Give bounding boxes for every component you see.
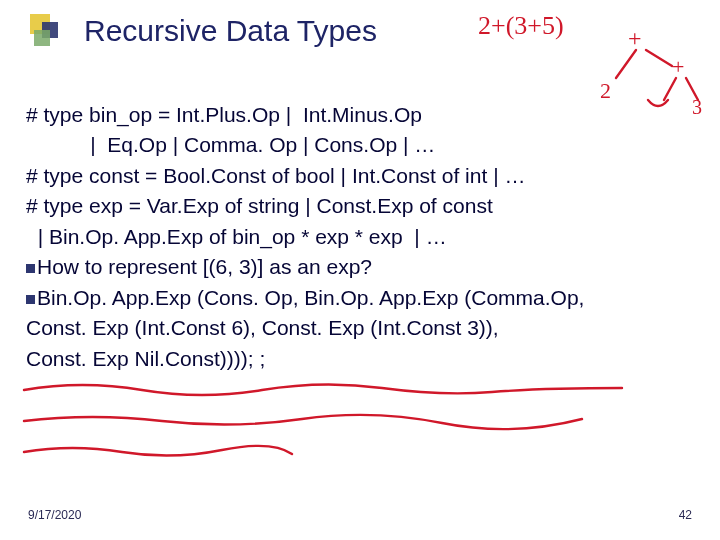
page-title: Recursive Data Types <box>84 14 377 48</box>
code-line: # type exp = Var.Exp of string | Const.E… <box>26 191 694 221</box>
slide-body: # type bin_op = Int.Plus.Op | Int.Minus.… <box>26 100 694 374</box>
footer-page-number: 42 <box>679 508 692 522</box>
footer-date: 9/17/2020 <box>28 508 81 522</box>
bullet-text: How to represent [(6, 3)] as an exp? <box>37 255 372 278</box>
code-line: Const. Exp Nil.Const)))); ; <box>26 344 694 374</box>
underline-annotation <box>22 376 662 404</box>
logo-icon <box>30 14 70 48</box>
bullet-icon <box>26 295 35 304</box>
code-line: | Bin.Op. App.Exp of bin_op * exp * exp … <box>26 222 694 252</box>
code-line: Const. Exp (Int.Const 6), Const. Exp (In… <box>26 313 694 343</box>
bullet-line: How to represent [(6, 3)] as an exp? <box>26 252 694 282</box>
hand-expr: 2+(3+5) <box>478 11 564 40</box>
hand-plus-r: + <box>672 54 684 79</box>
code-line: # type const = Bool.Const of bool | Int.… <box>26 161 694 191</box>
underline-annotation <box>22 438 662 466</box>
bullet-text: Bin.Op. App.Exp (Cons. Op, Bin.Op. App.E… <box>37 286 584 309</box>
code-line: # type bin_op = Int.Plus.Op | Int.Minus.… <box>26 100 694 130</box>
title-row: Recursive Data Types <box>30 14 377 48</box>
underline-annotation <box>22 407 662 435</box>
bullet-line: Bin.Op. App.Exp (Cons. Op, Bin.Op. App.E… <box>26 283 694 313</box>
code-line: | Eq.Op | Comma. Op | Cons.Op | … <box>26 130 694 160</box>
hand-plus-root: + <box>628 25 642 51</box>
bullet-icon <box>26 264 35 273</box>
slide: Recursive Data Types 2+(3+5) + 2 + 3 # t… <box>0 0 720 540</box>
